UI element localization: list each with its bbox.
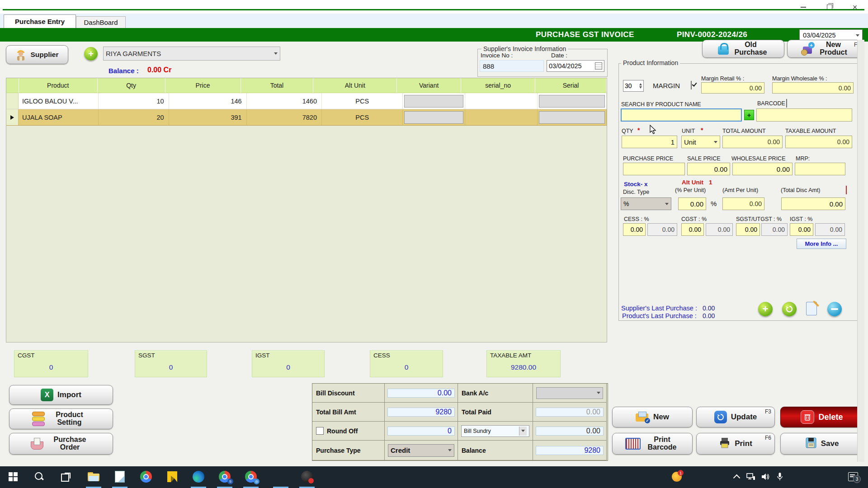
add-row-button[interactable]: + [758, 302, 773, 316]
cgst-amt-field[interactable]: 0.00 [706, 223, 733, 236]
weather-tray-icon[interactable]: 1 [670, 470, 684, 483]
update-button[interactable]: F3 Update [696, 407, 775, 427]
margin-retail-input[interactable]: 0.00 [701, 82, 764, 94]
cell-variant[interactable] [403, 93, 465, 109]
total-amount-input[interactable]: 0.00 [722, 136, 783, 148]
cell-price[interactable]: 146 [169, 93, 247, 109]
round-off-input[interactable]: 0 [387, 427, 455, 436]
sgst-amt-field[interactable]: 0.00 [761, 223, 788, 236]
bank-ac-select[interactable] [536, 387, 603, 399]
margin-spinner[interactable]: 30 [623, 80, 644, 92]
tab-dashboard[interactable]: DashBoard [76, 16, 126, 28]
search-button[interactable] [33, 470, 46, 483]
import-button[interactable]: X Import [9, 385, 113, 405]
panel-scroll-strip[interactable] [857, 40, 864, 462]
margin-wholesale-input[interactable]: 0.00 [772, 82, 854, 94]
total-paid-input[interactable]: 0.00 [536, 408, 604, 417]
supplier-button[interactable]: Supplier [6, 45, 68, 64]
margin-checkbox[interactable] [691, 81, 692, 89]
edit-note-button[interactable] [804, 301, 820, 316]
payment-balance-input[interactable]: 9280 [536, 446, 604, 455]
bill-discount-input[interactable]: 0.00 [387, 389, 455, 398]
mrp-input[interactable] [795, 163, 845, 175]
cell-total[interactable]: 7820 [247, 109, 322, 125]
cell-serial[interactable] [538, 109, 607, 125]
cell-product[interactable]: UJALA SOAP [19, 109, 99, 125]
chrome-profile2-button[interactable]: ◎ [244, 470, 258, 483]
cell-qty[interactable]: 20 [99, 109, 169, 125]
cell-serial-no[interactable] [465, 109, 537, 125]
notification-center-button[interactable]: 3 [846, 470, 860, 483]
delete-button[interactable]: Delete [780, 407, 863, 427]
col-serial[interactable]: Serial [535, 78, 607, 93]
sale-price-input[interactable]: 0.00 [687, 163, 730, 175]
cell-alt-unit[interactable]: PCS [322, 109, 403, 125]
tray-expand-button[interactable] [730, 470, 743, 483]
add-product-button[interactable]: + [744, 110, 754, 120]
volume-tray-icon[interactable] [759, 470, 772, 483]
remove-row-button[interactable] [827, 302, 842, 316]
row-selector[interactable] [6, 109, 19, 125]
tab-purchase-entry[interactable]: Purchase Entry [4, 14, 76, 28]
cell-alt-unit[interactable]: PCS [322, 93, 403, 109]
recorder-button[interactable] [300, 470, 314, 483]
restore-button[interactable] [822, 3, 837, 12]
disc-total-input[interactable]: 0.00 [781, 197, 845, 210]
task-view-button[interactable] [59, 470, 72, 483]
barcode-checkbox[interactable] [786, 99, 787, 108]
notepad-button[interactable] [113, 470, 127, 483]
cess-amt-field[interactable]: 0.00 [647, 223, 677, 236]
col-total[interactable]: Total [241, 78, 314, 93]
cell-variant[interactable] [403, 109, 465, 125]
cess-pct-input[interactable]: 0.00 [623, 223, 646, 236]
add-supplier-button[interactable]: + [84, 47, 98, 61]
qty-input[interactable]: 1 [622, 136, 677, 148]
col-product[interactable]: Product [19, 78, 98, 93]
save-button[interactable]: Save [780, 433, 863, 455]
bill-sundry-input[interactable]: 0.00 [536, 427, 604, 436]
minimize-button[interactable] [796, 3, 811, 12]
sticky-notes-button[interactable] [165, 470, 179, 483]
table-row[interactable]: IGLOO BALOU V... 10 146 1460 PCS [6, 93, 607, 109]
col-qty[interactable]: Qty [98, 78, 165, 93]
product-setting-button[interactable]: Product Setting [9, 408, 113, 429]
purchase-type-select[interactable]: Credit [388, 444, 454, 457]
disc-type-select[interactable]: % [621, 197, 671, 210]
supplier-select[interactable]: RIYA GARMENTS [103, 47, 280, 61]
close-button[interactable]: × [847, 3, 863, 12]
cell-qty[interactable]: 10 [99, 93, 169, 109]
serial-box[interactable] [539, 95, 605, 108]
microphone-tray-icon[interactable] [773, 470, 787, 483]
print-button[interactable]: F6 Print [696, 433, 775, 455]
more-info-button[interactable]: More Info ... [797, 239, 846, 249]
wholesale-price-input[interactable]: 0.00 [732, 163, 793, 175]
cell-serial[interactable] [538, 93, 607, 109]
spinner-arrows-icon[interactable] [639, 82, 642, 90]
new-button[interactable]: ✓ New [612, 407, 693, 427]
dropdown-button[interactable] [519, 427, 527, 436]
unit-select[interactable]: Unit [681, 136, 720, 148]
search-product-input[interactable] [621, 108, 742, 122]
col-variant[interactable]: Variant [397, 78, 461, 93]
purchase-price-input[interactable] [623, 163, 685, 175]
cell-product[interactable]: IGLOO BALOU V... [19, 93, 99, 109]
round-off-checkbox[interactable] [316, 427, 324, 435]
cell-price[interactable]: 391 [169, 109, 247, 125]
sgst-pct-input[interactable]: 0.00 [736, 223, 760, 236]
barcode-input[interactable] [756, 108, 852, 122]
file-explorer-button[interactable] [87, 470, 100, 483]
variant-box[interactable] [404, 95, 463, 108]
disc-amt-input[interactable]: 0.00 [722, 197, 764, 210]
new-product-button[interactable]: F2 + New Product [787, 40, 864, 58]
row-selector[interactable] [6, 93, 19, 109]
disc-pct-input[interactable]: 0.00 [678, 197, 706, 210]
refresh-button[interactable] [782, 302, 797, 316]
col-price[interactable]: Price [165, 78, 241, 93]
taxable-amount-input[interactable]: 0.00 [785, 136, 852, 148]
igst-pct-input[interactable]: 0.00 [790, 223, 813, 236]
bill-sundry-select[interactable]: Bill Sundry [461, 425, 529, 437]
supplier-invoice-no-input[interactable]: 888 [480, 60, 544, 72]
chrome-button[interactable] [139, 470, 153, 483]
start-button[interactable] [6, 470, 20, 483]
chrome-profile1-button[interactable]: S [218, 470, 231, 483]
